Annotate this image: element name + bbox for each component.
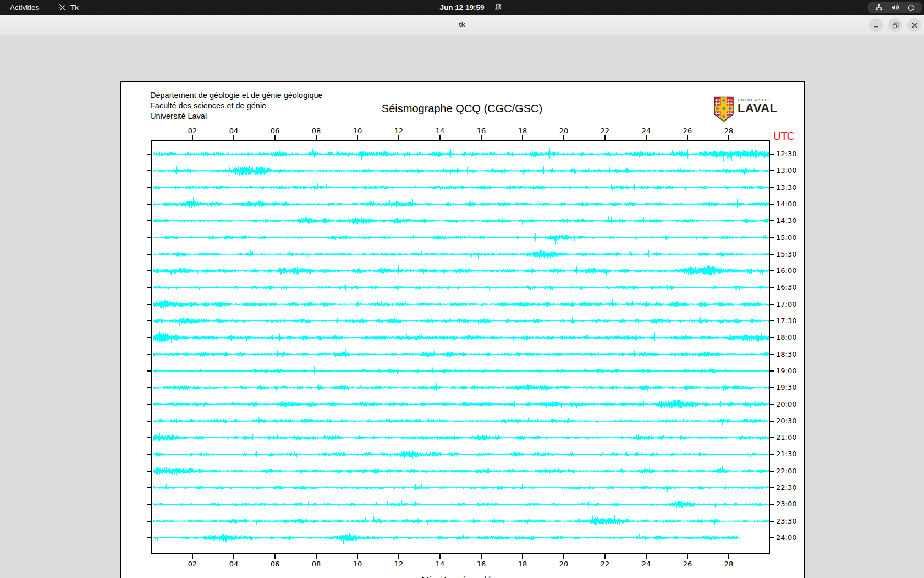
row-tick-right (770, 254, 774, 255)
x-tick-label-bottom: 06 (264, 560, 286, 568)
row-time-label: 16:00 (776, 267, 796, 275)
row-tick-right (770, 187, 774, 188)
app-menu-tk[interactable]: Tk (58, 0, 79, 15)
desktop: Activities Tk Jun 12 19:59 (0, 0, 924, 578)
window-content: Département de géologie et de génie géol… (0, 35, 924, 578)
x-tick-label-bottom: 16 (470, 560, 492, 568)
close-icon (911, 22, 918, 29)
row-time-label: 21:30 (776, 450, 796, 458)
row-tick-left (147, 504, 151, 505)
x-tick-top (439, 135, 441, 140)
maximize-button[interactable] (888, 18, 902, 32)
x-tick-bottom (728, 554, 729, 559)
x-tick-bottom (563, 554, 564, 559)
row-time-label: 17:00 (776, 301, 796, 308)
x-tick-label-bottom: 08 (305, 560, 327, 568)
window-title: tk (459, 15, 465, 35)
row-tick-right (770, 220, 774, 221)
x-tick-label-top: 12 (388, 127, 410, 135)
row-tick-right (770, 471, 774, 472)
minimize-icon (873, 22, 879, 29)
row-time-label: 19:30 (776, 384, 796, 391)
x-tick-bottom (522, 554, 523, 559)
row-tick-left (147, 254, 151, 255)
x-tick-top (604, 135, 606, 140)
row-tick-right (770, 237, 774, 238)
header-line-3: Université Laval (150, 111, 323, 122)
x-tick-label-top: 18 (512, 127, 534, 135)
gnome-top-bar: Activities Tk Jun 12 19:59 (0, 0, 924, 15)
row-tick-right (770, 454, 774, 455)
power-icon (907, 3, 915, 12)
row-time-label: 19:00 (776, 367, 796, 375)
row-tick-right (770, 537, 774, 538)
x-tick-top (481, 135, 482, 140)
system-tray[interactable] (867, 2, 922, 13)
laval-shield-icon (713, 96, 734, 123)
row-tick-right (770, 521, 774, 522)
clock[interactable]: Jun 12 19:59 (439, 0, 484, 15)
x-tick-label-bottom: 04 (223, 560, 245, 568)
minimize-button[interactable] (869, 18, 883, 32)
volume-icon (890, 3, 900, 12)
x-tick-top (316, 135, 317, 140)
row-time-label: 21:00 (776, 434, 796, 441)
row-tick-left (147, 187, 151, 188)
row-time-label: 14:00 (776, 200, 796, 208)
row-time-label: 23:30 (776, 517, 796, 525)
x-tick-label-bottom: 12 (388, 560, 410, 568)
header-line-2: Faculté des sciences et de génie (150, 101, 323, 111)
row-tick-right (770, 354, 774, 355)
row-time-label: 17:30 (776, 317, 796, 325)
row-tick-left (147, 287, 151, 288)
x-tick-label-bottom: 18 (512, 560, 534, 568)
close-button[interactable] (908, 18, 921, 32)
row-tick-left (147, 337, 151, 338)
x-tick-top (522, 135, 523, 140)
x-tick-label-top: 20 (553, 127, 575, 135)
row-tick-left (147, 437, 151, 438)
x-tick-label-top: 08 (305, 127, 327, 135)
row-tick-left (147, 370, 151, 372)
window-titlebar[interactable]: tk (0, 15, 924, 35)
row-tick-left (147, 354, 151, 355)
row-tick-right (770, 270, 774, 271)
x-tick-label-top: 10 (346, 127, 369, 135)
x-tick-top (192, 135, 193, 140)
row-tick-left (147, 387, 151, 388)
x-tick-bottom (233, 554, 234, 559)
seismogram-traces (151, 140, 770, 554)
x-tick-label-top: 24 (635, 127, 657, 135)
row-time-label: 22:30 (776, 484, 796, 492)
row-tick-right (770, 204, 774, 205)
tk-icon (58, 3, 67, 12)
laval-wordmark-large: LAVAL (738, 102, 778, 114)
activities-button[interactable]: Activities (10, 0, 39, 15)
x-tick-label-top: 26 (676, 127, 698, 135)
x-axis-title: Minutes écoulées (421, 575, 503, 578)
x-tick-bottom (646, 554, 647, 559)
row-tick-right (770, 304, 774, 305)
row-tick-left (147, 537, 151, 538)
row-tick-left (147, 237, 151, 238)
x-tick-bottom (481, 554, 482, 559)
row-tick-right (770, 421, 774, 422)
x-tick-label-bottom: 20 (553, 560, 575, 568)
x-tick-top (728, 135, 729, 140)
laval-wordmark: UNIVERSITÉ LAVAL (738, 96, 778, 123)
row-time-label: 14:30 (776, 217, 796, 225)
row-time-label: 18:00 (776, 334, 796, 341)
x-tick-top (687, 135, 688, 140)
x-tick-label-top: 22 (594, 127, 616, 135)
row-tick-left (147, 404, 151, 405)
x-tick-label-bottom: 28 (718, 560, 740, 568)
row-tick-left (147, 270, 151, 271)
x-tick-bottom (687, 554, 688, 559)
x-tick-label-bottom: 02 (182, 560, 204, 568)
x-tick-label-top: 14 (429, 127, 451, 135)
header-line-1: Département de géologie et de génie géol… (150, 90, 323, 101)
row-tick-right (770, 170, 774, 171)
row-time-label: 20:30 (776, 417, 796, 425)
x-tick-bottom (316, 554, 317, 559)
x-tick-label-top: 02 (182, 127, 204, 135)
